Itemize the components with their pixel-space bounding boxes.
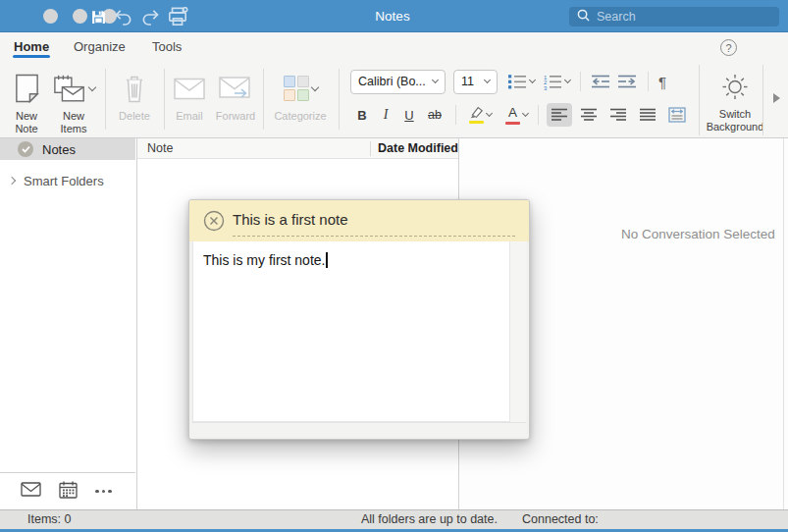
save-icon[interactable]	[87, 6, 109, 27]
ribbon-mini-separator	[455, 105, 456, 125]
outlook-window: Notes Home Organize Tools ? New Note	[0, 0, 788, 532]
line-spacing-button[interactable]	[664, 103, 690, 127]
forward-icon	[219, 67, 252, 110]
new-note-button[interactable]: New Note	[4, 67, 49, 134]
window-close-button[interactable]	[43, 9, 58, 24]
note-scrollbar-gutter[interactable]	[510, 241, 526, 422]
active-tab-underline	[13, 55, 50, 58]
redo-icon[interactable]	[138, 6, 162, 27]
align-center-button[interactable]	[576, 103, 602, 127]
paragraph-marks-button[interactable]: ¶	[658, 74, 666, 90]
new-note-icon	[13, 67, 41, 110]
font-name-value: Calibri (Bo...	[358, 75, 426, 88]
sidebar-item-notes[interactable]: Notes	[0, 138, 135, 160]
delete-label: Delete	[119, 110, 150, 123]
ribbon-mini-separator	[648, 72, 649, 91]
new-items-chevron-icon	[87, 82, 95, 90]
new-items-label: New Items	[61, 110, 87, 134]
connected-status: Connected to:	[522, 510, 599, 529]
sun-icon	[718, 65, 752, 108]
font-color-swatch	[505, 122, 520, 126]
align-justify-button[interactable]	[635, 103, 660, 127]
font-color-button[interactable]: A	[505, 105, 520, 126]
highlight-color-button[interactable]	[468, 106, 484, 125]
font-controls-row1: Calibri (Bo... 11 123 ¶	[350, 69, 666, 94]
sidebar-notes-label: Notes	[42, 142, 76, 157]
underline-button[interactable]: U	[400, 108, 418, 123]
print-icon[interactable]	[165, 6, 190, 27]
strikethrough-button[interactable]: ab	[422, 108, 447, 122]
notes-check-icon	[18, 141, 33, 157]
indent-button[interactable]	[617, 74, 637, 89]
help-icon[interactable]: ?	[720, 39, 737, 56]
ribbon-mini-separator	[580, 72, 581, 91]
delete-icon	[123, 67, 146, 110]
folders-status: All folders are up to date.	[361, 510, 498, 529]
note-title-dashed-rule	[233, 236, 515, 237]
note-close-icon[interactable]	[203, 210, 225, 232]
column-header-date-modified[interactable]: Date Modified	[378, 138, 458, 159]
note-body-text: This is my first note.	[203, 252, 325, 268]
smart-folders-label: Smart Folders	[24, 174, 104, 188]
font-name-chevron-icon	[432, 77, 439, 83]
reading-pane-edge-divider	[783, 138, 784, 509]
forward-label: Forward	[216, 110, 255, 123]
email-icon	[174, 67, 205, 110]
undo-icon[interactable]	[112, 6, 135, 27]
outdent-button[interactable]	[591, 74, 610, 89]
note-window-footer	[192, 422, 526, 436]
sidebar: Notes Smart Folders	[0, 138, 137, 509]
font-size-chevron-icon	[484, 77, 491, 83]
sidebar-item-smart-folders[interactable]: Smart Folders	[0, 171, 135, 190]
ribbon-expand-arrow-icon[interactable]	[773, 93, 780, 103]
ribbon-separator	[105, 69, 106, 130]
note-window-header[interactable]: This is a first note	[189, 200, 529, 241]
items-count: Items: 0	[27, 510, 71, 529]
new-items-icon	[53, 67, 95, 110]
numbered-list-button[interactable]: 123	[543, 74, 570, 90]
window-minimize-button[interactable]	[73, 9, 87, 24]
ribbon-separator	[762, 65, 763, 135]
search-box[interactable]	[569, 7, 779, 27]
column-divider[interactable]	[370, 141, 371, 156]
categorize-button: Categorize	[267, 67, 334, 123]
ribbon-separator	[699, 65, 700, 135]
highlight-chevron-icon	[486, 110, 493, 117]
ribbon-separator	[263, 69, 264, 130]
categorize-label: Categorize	[274, 110, 326, 123]
bullet-list-button[interactable]	[507, 74, 535, 90]
align-left-button[interactable]	[547, 103, 572, 127]
no-conversation-text: No Conversation Selected	[621, 227, 775, 241]
ribbon-mini-separator	[538, 105, 539, 125]
ribbon-tab-bar: Home Organize Tools ?	[0, 32, 788, 61]
note-window-body: This is my first note.	[192, 241, 526, 422]
ribbon-separator	[164, 69, 165, 130]
window-title: Notes	[294, 0, 491, 32]
note-text-editor[interactable]: This is my first note.	[192, 241, 510, 422]
disclosure-chevron-icon[interactable]	[8, 177, 16, 185]
switch-background-button[interactable]: Switch Background	[703, 65, 767, 137]
font-name-dropdown[interactable]: Calibri (Bo...	[350, 70, 446, 94]
font-color-chevron-icon	[522, 110, 529, 117]
numbered-list-chevron-icon	[564, 77, 571, 83]
more-modules-icon[interactable]	[95, 490, 112, 494]
text-cursor	[326, 252, 328, 268]
tab-organize[interactable]: Organize	[74, 32, 126, 61]
categorize-chevron-icon	[310, 82, 318, 90]
font-size-value: 11	[461, 75, 474, 88]
mail-module-icon[interactable]	[21, 482, 41, 501]
tab-tools[interactable]: Tools	[152, 32, 182, 61]
svg-text:3: 3	[544, 84, 548, 90]
font-size-dropdown[interactable]: 11	[453, 70, 498, 94]
font-controls-row2: B I U ab A	[353, 101, 690, 129]
titlebar: Notes	[0, 0, 788, 32]
forward-button: Forward	[210, 67, 261, 123]
note-title[interactable]: This is a first note	[233, 211, 348, 228]
new-items-button[interactable]: New Items	[49, 67, 98, 134]
calendar-module-icon[interactable]	[59, 481, 78, 503]
italic-button[interactable]: I	[377, 107, 394, 123]
bold-button[interactable]: B	[353, 108, 371, 123]
column-header-note[interactable]: Note	[147, 138, 173, 159]
search-input[interactable]	[597, 10, 771, 24]
align-right-button[interactable]	[605, 103, 631, 127]
